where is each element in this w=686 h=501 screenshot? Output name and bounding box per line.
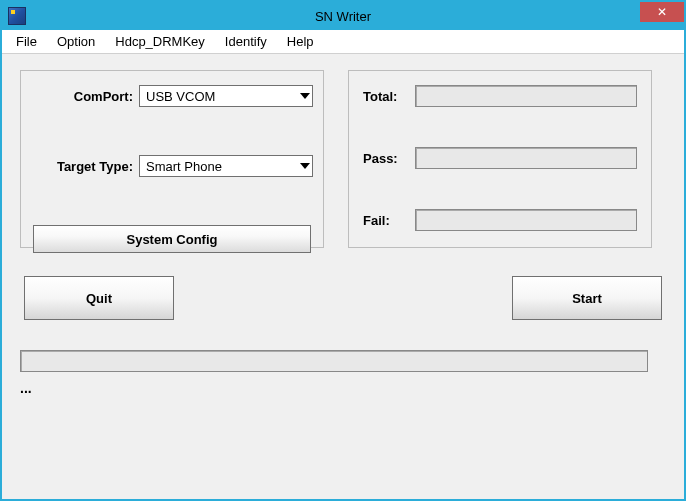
total-label: Total:	[363, 89, 415, 104]
menu-file[interactable]: File	[6, 34, 47, 49]
chevron-down-icon	[300, 161, 310, 171]
menu-hdcp[interactable]: Hdcp_DRMKey	[105, 34, 215, 49]
config-group: ComPort: USB VCOM Target Type: Smart Pho…	[20, 70, 324, 248]
main-window: SN Writer ✕ File Option Hdcp_DRMKey Iden…	[1, 1, 685, 500]
start-label: Start	[572, 291, 602, 306]
fail-value	[415, 209, 637, 231]
pass-value	[415, 147, 637, 169]
app-icon	[8, 7, 26, 25]
pass-label: Pass:	[363, 151, 415, 166]
comport-combo[interactable]: USB VCOM	[139, 85, 313, 107]
system-config-label: System Config	[126, 232, 217, 247]
quit-button[interactable]: Quit	[24, 276, 174, 320]
client-area: ComPort: USB VCOM Target Type: Smart Pho…	[2, 54, 684, 412]
start-button[interactable]: Start	[512, 276, 662, 320]
menu-help[interactable]: Help	[277, 34, 324, 49]
fail-label: Fail:	[363, 213, 415, 228]
close-button[interactable]: ✕	[640, 2, 684, 22]
target-type-combo[interactable]: Smart Phone	[139, 155, 313, 177]
menu-identify[interactable]: Identify	[215, 34, 277, 49]
system-config-button[interactable]: System Config	[33, 225, 311, 253]
quit-label: Quit	[86, 291, 112, 306]
window-title: SN Writer	[315, 9, 371, 24]
chevron-down-icon	[300, 91, 310, 101]
target-type-label: Target Type:	[31, 159, 139, 174]
titlebar: SN Writer ✕	[2, 2, 684, 30]
total-value	[415, 85, 637, 107]
menu-option[interactable]: Option	[47, 34, 105, 49]
comport-label: ComPort:	[31, 89, 139, 104]
status-text: ...	[20, 380, 666, 396]
stats-group: Total: Pass: Fail:	[348, 70, 652, 248]
target-type-value: Smart Phone	[146, 159, 222, 174]
menubar: File Option Hdcp_DRMKey Identify Help	[2, 30, 684, 54]
progress-bar	[20, 350, 648, 372]
comport-value: USB VCOM	[146, 89, 215, 104]
